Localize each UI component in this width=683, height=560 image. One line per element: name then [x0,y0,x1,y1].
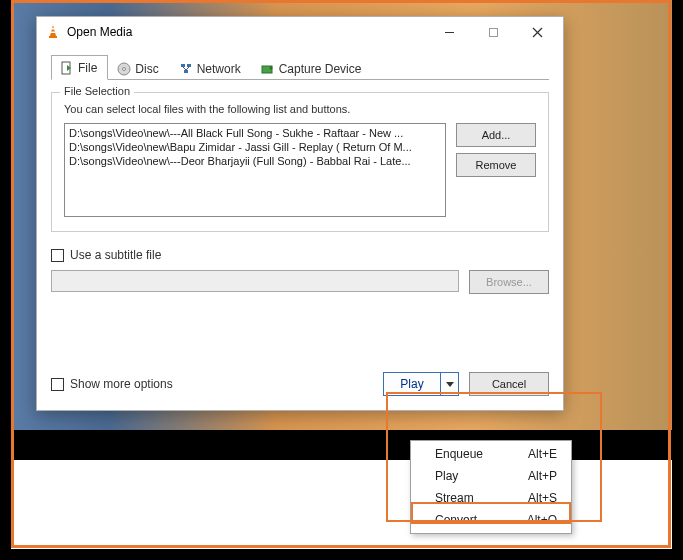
play-dropdown-menu: Enqueue Alt+E Play Alt+P Stream Alt+S Co… [410,440,572,534]
svg-rect-2 [51,28,55,30]
dropdown-shortcut: Alt+E [528,447,557,461]
svg-marker-19 [446,382,454,387]
tab-label: Network [197,62,241,76]
tab-label: Capture Device [279,62,362,76]
open-media-dialog: Open Media File Disc Network Capture Dev [36,16,564,411]
play-dropdown-toggle[interactable] [440,373,458,395]
svg-rect-3 [51,32,56,34]
dropdown-item-enqueue[interactable]: Enqueue Alt+E [411,443,571,465]
disc-icon [117,62,131,76]
dropdown-shortcut: Alt+S [528,491,557,505]
show-more-options-checkbox[interactable] [51,378,64,391]
svg-point-18 [269,66,272,69]
dropdown-item-convert[interactable]: Convert Alt+O [411,509,571,531]
tab-capture-device[interactable]: Capture Device [252,55,373,80]
file-selection-hint: You can select local files with the foll… [64,103,536,115]
file-list[interactable]: D:\songs\Video\new\---All Black Full Son… [64,123,446,217]
add-button[interactable]: Add... [456,123,536,147]
dropdown-shortcut: Alt+P [528,469,557,483]
tab-label: Disc [135,62,158,76]
cancel-button[interactable]: Cancel [469,372,549,396]
dropdown-item-stream[interactable]: Stream Alt+S [411,487,571,509]
close-button[interactable] [515,18,559,46]
minimize-button[interactable] [427,18,471,46]
titlebar: Open Media [37,17,563,47]
dropdown-item-play[interactable]: Play Alt+P [411,465,571,487]
network-icon [179,62,193,76]
maximize-button[interactable] [471,18,515,46]
fieldset-legend: File Selection [60,85,134,97]
svg-point-11 [123,67,126,70]
browse-subtitle-button: Browse... [469,270,549,294]
svg-rect-13 [187,64,191,67]
tab-label: File [78,61,97,75]
dropdown-label: Convert [435,513,477,527]
play-split-button: Play [383,372,459,396]
window-title: Open Media [67,25,427,39]
tab-disc[interactable]: Disc [108,55,169,80]
svg-line-15 [183,67,186,70]
dropdown-shortcut: Alt+O [527,513,557,527]
svg-line-16 [186,67,189,70]
capture-device-icon [261,62,275,76]
chevron-down-icon [446,382,454,387]
show-more-options-label: Show more options [70,377,173,391]
use-subtitle-checkbox[interactable] [51,249,64,262]
play-button[interactable]: Play [384,373,440,395]
vlc-cone-icon [45,24,61,40]
svg-rect-1 [49,36,57,38]
tab-bar: File Disc Network Capture Device [51,55,549,80]
svg-rect-5 [489,28,497,36]
subtitle-path-input [51,270,459,292]
tab-network[interactable]: Network [170,55,252,80]
file-list-item[interactable]: D:\songs\Video\new\Bapu Zimidar - Jassi … [67,140,443,154]
file-icon [60,61,74,75]
use-subtitle-label: Use a subtitle file [70,248,161,262]
dropdown-label: Enqueue [435,447,483,461]
remove-button[interactable]: Remove [456,153,536,177]
file-selection-fieldset: File Selection You can select local file… [51,92,549,232]
dropdown-label: Play [435,469,458,483]
svg-rect-12 [181,64,185,67]
dropdown-label: Stream [435,491,474,505]
svg-rect-14 [184,70,188,73]
file-list-item[interactable]: D:\songs\Video\new\---All Black Full Son… [67,126,443,140]
tab-file[interactable]: File [51,55,108,80]
file-list-item[interactable]: D:\songs\Video\new\---Deor Bharjayii (Fu… [67,154,443,168]
svg-marker-0 [50,25,56,36]
